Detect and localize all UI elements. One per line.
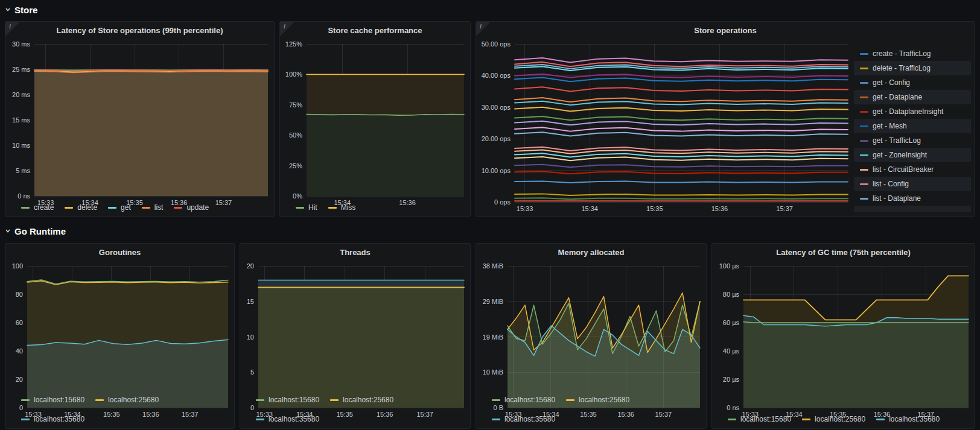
chart-canvas[interactable]: 0 ns5 ms10 ms15 ms20 ms25 ms30 ms15:3315… xyxy=(5,37,274,210)
legend-item[interactable]: list - Dataplane xyxy=(854,191,971,206)
chart-canvas[interactable]: 0%25%50%75%100%125%15:3415:36 xyxy=(280,37,470,210)
y-axis-label: 29 MiB xyxy=(483,298,503,305)
series-line xyxy=(515,194,848,195)
legend-series-label: localhost:25680 xyxy=(343,396,393,404)
y-axis-label: 25 ms xyxy=(12,66,30,73)
panel-title[interactable]: Goroutines xyxy=(5,244,234,259)
legend-series-swatch xyxy=(876,419,885,420)
legend-series-label: localhost:15680 xyxy=(34,396,84,404)
legend-item[interactable]: localhost:15680 xyxy=(492,396,555,404)
series-line xyxy=(515,198,848,199)
series-line xyxy=(515,116,848,120)
legend-item[interactable]: create xyxy=(21,203,54,212)
series-line xyxy=(515,127,848,131)
legend-series-swatch xyxy=(860,154,868,156)
y-axis-label: 60 µs xyxy=(723,319,740,326)
chart-canvas[interactable]: 0 ops10.00 ops20.00 ops30.00 ops40.00 op… xyxy=(476,37,854,217)
legend-item[interactable]: localhost:15680 xyxy=(728,415,791,423)
legend-item[interactable]: localhost:35680 xyxy=(876,415,940,423)
panel-legend-right: create - TrafficLogdelete - TrafficLogge… xyxy=(854,37,975,217)
panel-gc-latency: Latency of GC time (75th percentile) 0 n… xyxy=(711,243,975,429)
panel-legend: createdeletegetlistupdate xyxy=(5,202,274,217)
y-axis-label: 25% xyxy=(289,162,302,169)
legend-item[interactable]: localhost:25680 xyxy=(95,396,159,404)
legend-series-label: create - TrafficLog xyxy=(873,49,931,58)
chart-area[interactable]: 0 ops10.00 ops20.00 ops30.00 ops40.00 op… xyxy=(476,37,854,217)
legend-item[interactable]: localhost:25680 xyxy=(566,396,629,404)
chart-area[interactable]: 0510152015:3315:3415:3515:3615:37 xyxy=(240,259,470,394)
legend-item[interactable]: localhost:15680 xyxy=(256,396,319,404)
info-icon[interactable]: i xyxy=(284,22,285,30)
legend-item[interactable]: get - Config xyxy=(854,75,971,90)
panel-legend: localhost:15680localhost:25680localhost:… xyxy=(712,414,975,428)
section-header-go-runtime[interactable]: Go Runtime xyxy=(5,224,66,238)
y-axis-label: 5 xyxy=(250,368,254,376)
series-area xyxy=(34,70,268,196)
legend-item[interactable]: get - DataplaneInsight xyxy=(854,104,971,119)
panel-title[interactable]: Store operations xyxy=(476,22,975,37)
chart-area[interactable]: 0 ns20 µs40 µs60 µs80 µs100 µs15:3315:34… xyxy=(712,259,975,414)
legend-series-label: get - ZoneInsight xyxy=(873,151,927,159)
legend-item[interactable]: localhost:35680 xyxy=(492,415,555,423)
chart-area[interactable]: 02040608010015:3315:3415:3515:3615:37 xyxy=(5,259,234,394)
info-icon[interactable]: i xyxy=(480,22,482,30)
panel-title[interactable]: Memory allocated xyxy=(476,244,706,259)
chart-area[interactable]: 0 ns5 ms10 ms15 ms20 ms25 ms30 ms15:3315… xyxy=(5,37,274,202)
panel-title[interactable]: Store cache performance xyxy=(280,22,470,37)
legend-item[interactable]: update xyxy=(174,203,209,212)
panel-title[interactable]: Threads xyxy=(240,244,470,259)
panel-title[interactable]: Latency of Store operations (99th percen… xyxy=(5,22,274,37)
panel-store-latency: i Latency of Store operations (99th perc… xyxy=(5,21,275,217)
legend-item[interactable]: Hit xyxy=(296,203,317,212)
legend-item[interactable]: create - TrafficLog xyxy=(854,46,971,61)
legend-item[interactable]: delete - TrafficLog xyxy=(854,61,971,75)
panel-title[interactable]: Latency of GC time (75th percentile) xyxy=(712,244,975,259)
legend-series-swatch xyxy=(256,419,264,420)
legend-series-swatch xyxy=(860,96,868,98)
legend-series-label: delete xyxy=(77,203,97,212)
legend-item[interactable]: get - Dataplane xyxy=(854,90,971,104)
chart-area[interactable]: 0%25%50%75%100%125%15:3415:36 xyxy=(280,37,470,202)
legend-item[interactable]: list - CircuitBreaker xyxy=(854,162,971,177)
legend-item[interactable]: localhost:15680 xyxy=(21,396,84,404)
legend-item[interactable]: Miss xyxy=(328,203,356,212)
legend-series-label: list - Config xyxy=(873,180,909,188)
legend-series-label: localhost:35680 xyxy=(889,415,940,423)
legend-series-swatch xyxy=(21,207,30,209)
legend-item[interactable]: list - Config xyxy=(854,177,971,191)
legend-series-label: localhost:35680 xyxy=(504,415,555,423)
legend-item[interactable]: list xyxy=(142,203,164,212)
panel-row-store: i Latency of Store operations (99th perc… xyxy=(5,21,975,217)
legend-series-label: list - CircuitBreaker xyxy=(873,165,934,174)
legend-item[interactable]: localhost:35680 xyxy=(256,415,319,423)
legend-item[interactable]: get - Mesh xyxy=(854,119,971,133)
legend-series-label: localhost:35680 xyxy=(269,415,319,423)
legend-item[interactable]: get - ZoneInsight xyxy=(854,148,971,162)
y-axis-label: 20 µs xyxy=(723,376,740,383)
legend-row-partial xyxy=(854,206,971,212)
legend-item[interactable]: get - TrafficLog xyxy=(854,133,971,148)
chart-area[interactable]: 0 B10 MiB19 MiB29 MiB38 MiB15:3315:3415:… xyxy=(476,259,706,394)
legend-item[interactable]: get xyxy=(108,203,131,212)
chart-canvas[interactable]: 0 ns20 µs40 µs60 µs80 µs100 µs15:3315:34… xyxy=(712,259,975,422)
section-header-store[interactable]: Store xyxy=(5,2,37,17)
legend-series-label: localhost:15680 xyxy=(269,396,319,404)
legend-series-label: list xyxy=(154,203,164,212)
legend-item[interactable]: localhost:35680 xyxy=(21,415,84,423)
legend-series-label: get - DataplaneInsight xyxy=(873,107,943,116)
series-line xyxy=(515,121,848,125)
legend-series-label: localhost:25680 xyxy=(579,396,629,404)
legend-item[interactable]: localhost:25680 xyxy=(330,396,393,404)
series-area xyxy=(307,115,464,196)
panel-legend: HitMiss xyxy=(280,202,470,217)
y-axis-label: 15 ms xyxy=(12,116,30,124)
panel-store-operations: i Store operations 0 ops10.00 ops20.00 o… xyxy=(476,21,975,217)
y-axis-label: 38 MiB xyxy=(483,262,503,270)
legend-item[interactable]: delete xyxy=(65,203,97,212)
legend-item[interactable]: localhost:25680 xyxy=(802,415,865,423)
y-axis-label: 5 ms xyxy=(16,167,30,174)
series-line xyxy=(515,78,848,82)
legend-series-label: get - Config xyxy=(873,78,910,87)
info-icon[interactable]: i xyxy=(9,22,11,30)
legend-series-swatch xyxy=(330,399,339,401)
